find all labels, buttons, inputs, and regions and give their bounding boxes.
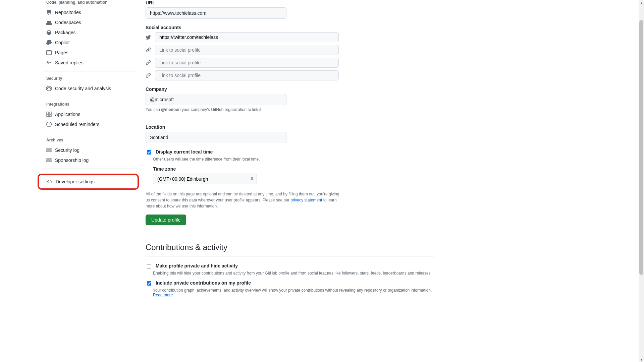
sidebar-group-code: Code, planning, and automation [40, 0, 140, 7]
sidebar-group-archives: Archives [40, 138, 140, 145]
scroll-down-icon[interactable]: ▾ [639, 357, 644, 362]
location-input[interactable] [146, 132, 286, 143]
privacy-disclaimer: All of the fields on this page are optio… [146, 191, 340, 209]
scroll-up-icon[interactable]: ▴ [639, 0, 644, 5]
sidebar-item-label: Codespaces [55, 20, 81, 25]
sidebar-item-pages[interactable]: Pages [40, 48, 140, 58]
log-icon [46, 147, 52, 153]
log-icon [46, 158, 52, 163]
repo-icon [46, 10, 52, 15]
shield-icon [46, 86, 52, 91]
clock-icon [46, 122, 52, 127]
sidebar-divider [43, 71, 137, 71]
sidebar-item-security-log[interactable]: Security log [40, 145, 140, 155]
timezone-select[interactable]: (GMT+00:00) Edinburgh [153, 174, 257, 184]
social-input-4[interactable] [155, 70, 339, 80]
sidebar-divider [43, 133, 137, 133]
sidebar-item-label: Applications [55, 112, 80, 117]
read-more-link[interactable]: Read more [153, 293, 173, 297]
contributions-heading: Contributions & activity [146, 243, 434, 255]
package-icon [46, 30, 52, 35]
sidebar-item-saved-replies[interactable]: Saved replies [40, 58, 140, 68]
profile-settings-form: URL Social accounts Company [140, 0, 442, 362]
sidebar-item-repositories[interactable]: Repositories [40, 7, 140, 17]
sidebar-item-label: Security log [55, 147, 79, 153]
sidebar-group-integrations: Integrations [40, 102, 140, 109]
include-private-checkbox[interactable] [147, 281, 151, 286]
settings-sidebar: Code, planning, and automation Repositor… [40, 0, 140, 362]
highlight-developer-settings: Developer settings [38, 174, 139, 190]
sidebar-item-label: Repositories [55, 10, 81, 15]
sidebar-item-scheduled-reminders[interactable]: Scheduled reminders [40, 119, 140, 129]
privacy-statement-link[interactable]: privacy statement [290, 198, 322, 202]
timezone-label: Time zone [153, 166, 434, 172]
codespaces-icon [46, 20, 52, 25]
include-private-label: Include private contributions on my prof… [156, 280, 251, 286]
sidebar-item-code-security[interactable]: Code security and analysis [40, 83, 140, 94]
section-divider [146, 256, 434, 256]
display-local-time-label: Display current local time [156, 149, 213, 155]
sidebar-item-applications[interactable]: Applications [40, 109, 140, 119]
browser-icon [46, 50, 52, 55]
url-input[interactable] [146, 7, 286, 19]
apps-icon [46, 112, 52, 117]
sidebar-divider [43, 97, 137, 97]
sidebar-group-security: Security [40, 76, 140, 83]
sidebar-item-label: Copilot [55, 40, 70, 45]
social-input-2[interactable] [155, 45, 339, 55]
link-icon [146, 73, 151, 78]
sidebar-item-label: Packages [55, 30, 75, 35]
sidebar-item-copilot[interactable]: Copilot [40, 38, 140, 48]
make-private-desc: Enabling this will hide your contributio… [153, 271, 434, 276]
sidebar-item-label: Saved replies [55, 60, 84, 65]
social-input-3[interactable] [155, 58, 339, 68]
url-label: URL [146, 0, 434, 5]
company-input[interactable] [146, 94, 286, 105]
sidebar-item-codespaces[interactable]: Codespaces [40, 17, 140, 27]
scrollbar[interactable]: ▴ ▾ [639, 0, 644, 362]
display-local-time-checkbox[interactable] [147, 150, 151, 155]
sidebar-item-packages[interactable]: Packages [40, 27, 140, 38]
sidebar-item-label: Developer settings [56, 179, 95, 184]
make-private-label: Make profile private and hide activity [156, 263, 238, 268]
company-help-text: You can @mention your company's GitHub o… [146, 107, 434, 112]
update-profile-button[interactable]: Update profile [146, 215, 186, 225]
code-icon [47, 179, 52, 184]
sidebar-item-label: Scheduled reminders [55, 122, 99, 127]
link-icon [146, 60, 151, 65]
social-input-1[interactable] [155, 32, 339, 42]
twitter-icon [146, 35, 151, 40]
include-private-desc: Your contribution graph, achievements, a… [153, 288, 434, 297]
sidebar-item-developer-settings[interactable]: Developer settings [39, 175, 138, 188]
copilot-icon [46, 40, 52, 45]
section-divider [146, 118, 340, 118]
location-label: Location [146, 124, 434, 130]
sidebar-item-sponsorship-log[interactable]: Sponsorship log [40, 155, 140, 165]
sidebar-item-label: Pages [55, 50, 68, 55]
sidebar-item-label: Code security and analysis [55, 86, 111, 91]
social-accounts-label: Social accounts [146, 25, 434, 30]
company-label: Company [146, 86, 434, 92]
display-local-time-desc: Other users will see the time difference… [153, 157, 434, 162]
sidebar-item-label: Sponsorship log [55, 158, 89, 163]
link-icon [146, 47, 151, 53]
make-private-checkbox[interactable] [147, 264, 151, 268]
scrollbar-thumb[interactable] [639, 20, 643, 275]
sidebar-divider [43, 169, 137, 169]
reply-icon [46, 60, 52, 65]
